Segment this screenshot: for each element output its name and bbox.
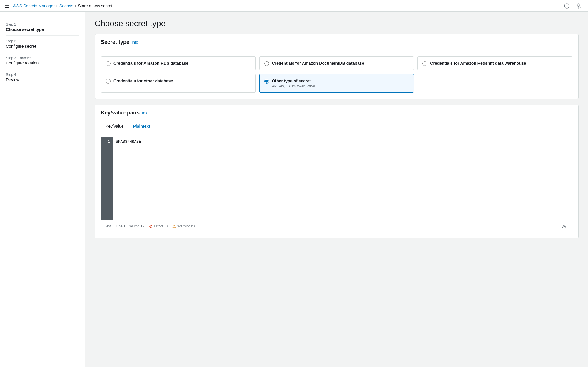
editor-area: 1 $PASSPHRASE Text Line 1, Column 12 ⊗ E… xyxy=(101,137,572,233)
menu-icon[interactable]: ☰ xyxy=(5,3,9,9)
svg-point-2 xyxy=(578,5,579,7)
secret-type-radio-documentdb[interactable] xyxy=(264,61,269,66)
main-layout: Step 1 Choose secret type Step 2 Configu… xyxy=(0,12,588,367)
status-settings xyxy=(559,222,569,231)
secret-type-redshift-label: Credentials for Amazon Redshift data war… xyxy=(430,61,526,66)
svg-text:i: i xyxy=(566,4,567,8)
secret-type-title: Secret type xyxy=(101,39,129,45)
editor-gear-icon xyxy=(562,224,566,229)
errors-label: Errors: xyxy=(154,224,164,228)
warnings-label: Warnings: xyxy=(177,224,193,228)
main-content: Choose secret type Secret type Info Cred… xyxy=(85,12,588,367)
breadcrumb-separator-2: › xyxy=(75,4,76,8)
error-circle-icon: ⊗ xyxy=(149,224,153,229)
settings-icon-button[interactable] xyxy=(574,1,583,11)
secret-type-option-other[interactable]: Other type of secret API key, OAuth toke… xyxy=(259,74,414,93)
secret-type-info-link[interactable]: Info xyxy=(132,40,138,44)
secret-type-other-sublabel: API key, OAuth token, other. xyxy=(272,84,316,88)
tab-plaintext[interactable]: Plaintext xyxy=(128,121,155,132)
secret-type-radio-other[interactable] xyxy=(264,79,269,84)
secret-type-grid-row1: Credentials for Amazon RDS database Cred… xyxy=(101,56,572,70)
secret-type-other-db-label-wrap: Credentials for other database xyxy=(113,78,173,84)
secret-type-card-body: Credentials for Amazon RDS database Cred… xyxy=(95,50,578,99)
sidebar-step-1: Step 1 Choose secret type xyxy=(6,19,79,36)
status-warnings: ⚠ Warnings: 0 xyxy=(172,224,196,229)
status-position: Line 1, Column 12 xyxy=(116,224,144,228)
page-title: Choose secret type xyxy=(95,19,579,28)
editor-inner: 1 $PASSPHRASE xyxy=(101,137,572,220)
secret-type-radio-rds[interactable] xyxy=(106,61,111,66)
secret-type-other-db-label: Credentials for other database xyxy=(113,78,173,84)
kv-card-body: Key/value Plaintext 1 $PASSPHRASE Text L… xyxy=(95,121,578,233)
editor-status-bar: Text Line 1, Column 12 ⊗ Errors: 0 ⚠ War… xyxy=(101,220,572,233)
secret-type-documentdb-label-wrap: Credentials for Amazon DocumentDB databa… xyxy=(272,61,364,66)
breadcrumb-secrets[interactable]: Secrets xyxy=(59,4,73,8)
top-bar: ☰ AWS Secrets Manager › Secrets › Store … xyxy=(0,0,588,12)
secret-type-card: Secret type Info Credentials for Amazon … xyxy=(95,34,579,99)
breadcrumb: AWS Secrets Manager › Secrets › Store a … xyxy=(13,4,112,8)
sidebar-step-2: Step 2 Configure secret xyxy=(6,36,79,52)
secret-type-option-redshift[interactable]: Credentials for Amazon Redshift data war… xyxy=(417,56,572,70)
errors-count: 0 xyxy=(166,224,168,228)
info-circle-icon: i xyxy=(564,3,569,9)
sidebar-step-4: Step 4 Review xyxy=(6,69,79,86)
secret-type-other-label-wrap: Other type of secret API key, OAuth toke… xyxy=(272,78,316,88)
secret-type-radio-redshift[interactable] xyxy=(422,61,427,66)
secret-type-other-label: Other type of secret xyxy=(272,78,316,84)
breadcrumb-separator-1: › xyxy=(56,4,58,8)
step-4-name: Review xyxy=(6,77,79,82)
breadcrumb-current: Store a new secret xyxy=(78,4,112,8)
breadcrumb-aws-secrets-manager[interactable]: AWS Secrets Manager xyxy=(13,4,55,8)
kv-tabs: Key/value Plaintext xyxy=(101,121,572,132)
secret-type-radio-other-db[interactable] xyxy=(106,79,111,84)
step-4-label: Step 4 xyxy=(6,73,79,77)
kv-card-header: Key/value pairs Info xyxy=(95,105,578,121)
sidebar: Step 1 Choose secret type Step 2 Configu… xyxy=(0,12,85,367)
step-2-label: Step 2 xyxy=(6,39,79,43)
line-number-1: 1 xyxy=(104,140,110,144)
editor-settings-button[interactable] xyxy=(559,222,569,231)
top-bar-actions: i xyxy=(562,1,583,11)
warnings-count: 0 xyxy=(194,224,196,228)
editor-textarea[interactable]: $PASSPHRASE xyxy=(113,137,572,220)
info-icon-button[interactable]: i xyxy=(562,1,572,11)
tab-key-value[interactable]: Key/value xyxy=(101,121,128,132)
secret-type-grid-row2: Credentials for other database Other typ… xyxy=(101,74,572,93)
kv-info-link[interactable]: Info xyxy=(142,111,148,115)
step-1-name: Choose secret type xyxy=(6,27,79,32)
sidebar-step-3: Step 3 – optional Configure rotation xyxy=(6,52,79,69)
svg-point-3 xyxy=(563,226,565,227)
editor-line-numbers: 1 xyxy=(101,137,113,220)
kv-pairs-card: Key/value pairs Info Key/value Plaintext… xyxy=(95,105,579,238)
secret-type-option-documentdb[interactable]: Credentials for Amazon DocumentDB databa… xyxy=(259,56,414,70)
secret-type-rds-label: Credentials for Amazon RDS database xyxy=(113,61,188,66)
secret-type-documentdb-label: Credentials for Amazon DocumentDB databa… xyxy=(272,61,364,66)
step-3-name: Configure rotation xyxy=(6,61,79,65)
secret-type-redshift-label-wrap: Credentials for Amazon Redshift data war… xyxy=(430,61,526,66)
status-errors: ⊗ Errors: 0 xyxy=(149,224,168,229)
secret-type-card-header: Secret type Info xyxy=(95,34,578,50)
secret-type-empty-slot xyxy=(417,74,572,93)
warning-triangle-icon: ⚠ xyxy=(172,224,176,229)
step-2-name: Configure secret xyxy=(6,44,79,49)
step-3-label: Step 3 – optional xyxy=(6,56,79,60)
kv-title: Key/value pairs xyxy=(101,110,140,116)
gear-icon xyxy=(576,3,581,9)
status-text-label: Text xyxy=(105,224,111,228)
secret-type-option-rds[interactable]: Credentials for Amazon RDS database xyxy=(101,56,256,70)
step-1-label: Step 1 xyxy=(6,22,79,26)
secret-type-rds-label-wrap: Credentials for Amazon RDS database xyxy=(113,61,188,66)
secret-type-option-other-db[interactable]: Credentials for other database xyxy=(101,74,256,93)
